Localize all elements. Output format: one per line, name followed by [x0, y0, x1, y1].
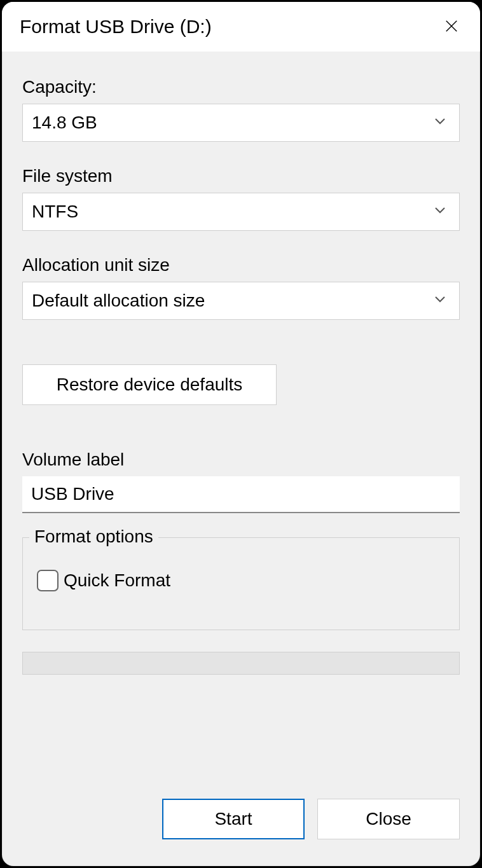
- volume-label-input[interactable]: [22, 476, 460, 513]
- chevron-down-icon: [432, 113, 448, 133]
- close-button[interactable]: Close: [317, 799, 460, 839]
- window-close-button[interactable]: [437, 12, 466, 41]
- quick-format-row: Quick Format: [37, 570, 445, 591]
- capacity-value: 14.8 GB: [32, 113, 97, 133]
- capacity-label: Capacity:: [22, 77, 460, 97]
- filesystem-select[interactable]: NTFS: [22, 193, 460, 231]
- filesystem-value: NTFS: [32, 202, 78, 222]
- restore-defaults-button[interactable]: Restore device defaults: [22, 364, 277, 405]
- dialog-button-row: Start Close: [22, 780, 460, 847]
- format-options-group: Format options Quick Format: [22, 537, 460, 630]
- capacity-select[interactable]: 14.8 GB: [22, 104, 460, 142]
- dialog-body: Capacity: 14.8 GB File system NTFS Alloc…: [2, 52, 480, 866]
- allocation-select[interactable]: Default allocation size: [22, 282, 460, 320]
- volume-label-label: Volume label: [22, 450, 460, 470]
- format-options-legend: Format options: [29, 527, 158, 547]
- format-dialog: Format USB Drive (D:) Capacity: 14.8 GB …: [2, 2, 480, 866]
- close-icon: [444, 19, 458, 35]
- chevron-down-icon: [432, 202, 448, 222]
- filesystem-label: File system: [22, 166, 460, 186]
- progress-bar: [22, 652, 460, 675]
- quick-format-label: Quick Format: [64, 570, 170, 591]
- chevron-down-icon: [432, 291, 448, 311]
- start-button[interactable]: Start: [162, 799, 305, 839]
- titlebar: Format USB Drive (D:): [2, 2, 480, 52]
- quick-format-checkbox[interactable]: [37, 570, 59, 591]
- allocation-value: Default allocation size: [32, 291, 205, 311]
- allocation-label: Allocation unit size: [22, 255, 460, 275]
- window-title: Format USB Drive (D:): [20, 16, 212, 38]
